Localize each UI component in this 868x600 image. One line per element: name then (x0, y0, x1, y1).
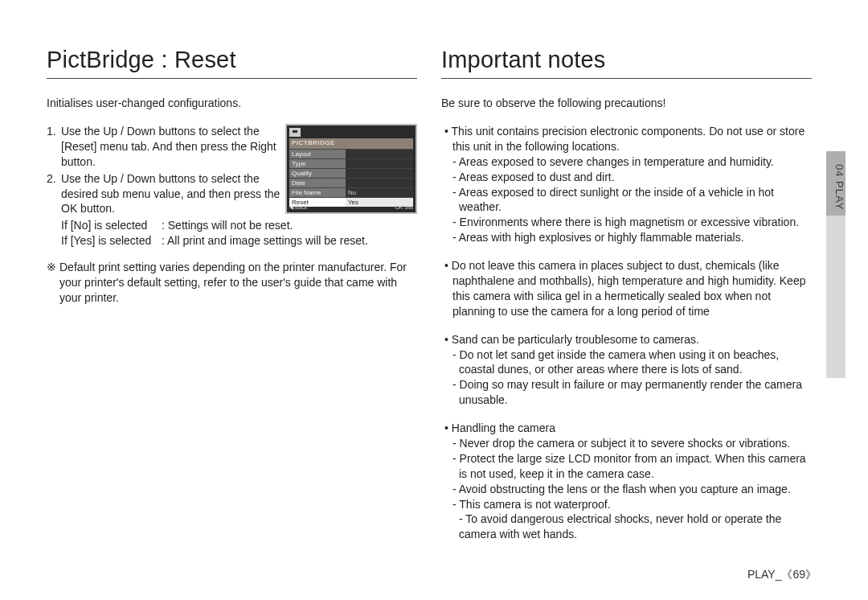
step-number: 2. (47, 171, 61, 217)
dash-text: Areas exposed to severe changes in tempe… (441, 154, 812, 170)
lcd-row-filename: File Name No (289, 187, 413, 197)
lcd-cell: Quality (289, 169, 346, 178)
bracket-open-icon: 《 (781, 568, 792, 581)
lcd-row-layout: Layout (289, 149, 413, 158)
lcd-cell (346, 159, 413, 168)
step-number: 1. (47, 124, 61, 170)
bracket-close-icon: 》 (805, 568, 817, 581)
if-yes-text: : All print and image settings will be r… (162, 233, 368, 249)
lcd-footer-set: Set (404, 204, 413, 210)
chapter-tab-label: 04 PLAY (826, 161, 845, 210)
lcd-cell: No (346, 188, 413, 197)
step-text: Use the Up / Down buttons to select the … (61, 171, 280, 217)
right-content: This unit contains precision electronic … (441, 124, 812, 542)
lcd-cell: Type (289, 159, 346, 168)
default-note: ※Default print setting varies depending … (47, 260, 417, 306)
lcd-footer-ok: OK (395, 204, 403, 210)
note-text: Default print setting varies depending o… (59, 261, 407, 304)
lcd-footer: ◀Back OK Set (289, 203, 413, 211)
footer-section: PLAY_ (747, 568, 782, 581)
if-yes-label: If [Yes] is selected (61, 233, 162, 249)
right-column: Important notes Be sure to observe the f… (441, 47, 836, 555)
lcd-header: PICTBRIDGE (289, 138, 413, 149)
left-intro: Initialises user-changed configurations. (47, 97, 417, 109)
dash-text: Areas with high explosives or highly fla… (441, 230, 812, 245)
step-text: Use the Up / Down buttons to select the … (61, 124, 280, 170)
left-column: PictBridge : Reset Initialises user-chan… (47, 47, 417, 555)
lcd-cell (346, 150, 413, 158)
step-1: 1. Use the Up / Down buttons to select t… (47, 124, 280, 170)
left-arrow-icon: ◀ (289, 204, 293, 210)
if-no-row: If [No] is selected : Settings will not … (47, 218, 417, 233)
page-number: 69 (792, 568, 805, 581)
bullet-3: Sand can be particularly troublesome to … (441, 332, 812, 408)
lcd-cell: Layout (289, 150, 346, 158)
bullet-4: Handling the camera Never drop the camer… (441, 421, 812, 542)
lcd-cell: File Name (289, 188, 346, 197)
reference-mark-icon: ※ (47, 260, 59, 275)
printer-icon (289, 128, 301, 137)
lcd-row-quality: Quality (289, 168, 413, 178)
lcd-screenshot: PICTBRIDGE Layout Type Quality (285, 124, 417, 214)
left-content: 1. Use the Up / Down buttons to select t… (47, 124, 417, 306)
bullet-2: Do not leave this camera in places subje… (441, 258, 812, 319)
right-intro: Be sure to observe the following precaut… (441, 97, 812, 109)
right-title: Important notes (441, 47, 812, 79)
if-no-text: : Settings will not be reset. (162, 218, 293, 233)
step-2: 2. Use the Up / Down buttons to select t… (47, 171, 280, 217)
dash-text: Doing so may result in failure or may pe… (441, 377, 812, 408)
lcd-cell (346, 169, 413, 178)
dash-text: To avoid dangerous electrical shocks, ne… (441, 512, 812, 542)
dash-text: Areas exposed to direct sunlight or the … (441, 185, 812, 216)
left-title: PictBridge : Reset (47, 47, 417, 79)
bullet-text: Sand can be particularly troublesome to … (441, 332, 812, 347)
page-body: PictBridge : Reset Initialises user-chan… (47, 47, 836, 555)
dash-text: Avoid obstructing the lens or the flash … (441, 482, 812, 497)
bullet-text: Do not leave this camera in places subje… (441, 258, 812, 319)
dash-text: Do not let sand get inside the camera wh… (441, 347, 812, 378)
dash-text: This camera is not waterproof. (441, 497, 812, 512)
page-footer: PLAY_《69》 (747, 568, 817, 582)
lcd-cell: Date (289, 179, 346, 187)
lcd-cell (346, 179, 413, 187)
if-yes-row: If [Yes] is selected : All print and ima… (47, 233, 417, 249)
dash-text: Areas exposed to dust and dirt. (441, 170, 812, 185)
dash-text: Environments where there is high magneti… (441, 215, 812, 230)
dash-text: Never drop the camera or subject it to s… (441, 436, 812, 451)
lcd-row-date: Date (289, 178, 413, 187)
dash-text: Protect the large size LCD monitor from … (441, 451, 812, 482)
bullet-1: This unit contains precision electronic … (441, 124, 812, 245)
bullet-text: Handling the camera (441, 421, 812, 436)
if-no-label: If [No] is selected (61, 218, 162, 233)
bullet-text: This unit contains precision electronic … (441, 124, 812, 154)
lcd-row-type: Type (289, 158, 413, 168)
lcd-footer-back: Back (295, 204, 308, 210)
